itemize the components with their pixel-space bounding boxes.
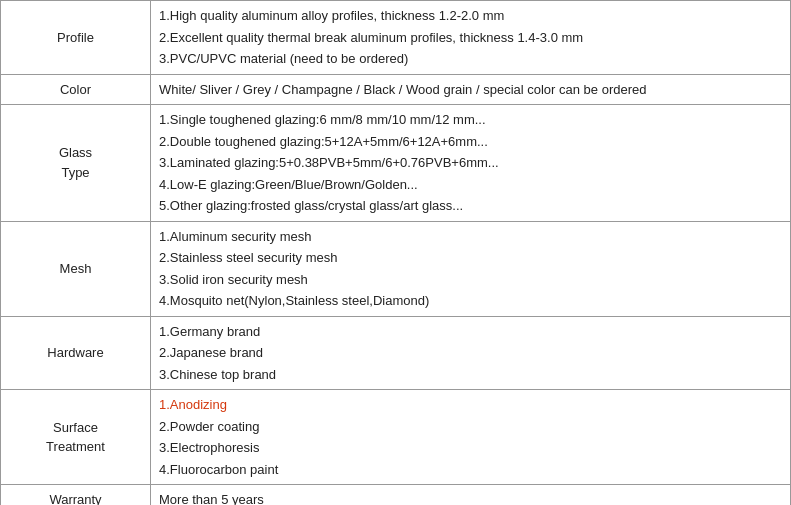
row-label: Warranty <box>1 485 151 506</box>
content-item: 1.Aluminum security mesh <box>159 226 782 248</box>
row-label: SurfaceTreatment <box>1 390 151 485</box>
table-row: Profile1.High quality aluminum alloy pro… <box>1 1 791 75</box>
content-item: 2.Japanese brand <box>159 342 782 364</box>
table-row: Mesh1.Aluminum security mesh2.Stainless … <box>1 221 791 316</box>
content-item: 2.Powder coating <box>159 416 782 438</box>
row-label: GlassType <box>1 105 151 222</box>
row-label: Profile <box>1 1 151 75</box>
row-content: White/ Sliver / Grey / Champagne / Black… <box>151 74 791 105</box>
content-item: 2.Stainless steel security mesh <box>159 247 782 269</box>
table-row: ColorWhite/ Sliver / Grey / Champagne / … <box>1 74 791 105</box>
table-row: Hardware1.Germany brand2.Japanese brand3… <box>1 316 791 390</box>
row-content: 1.Aluminum security mesh2.Stainless stee… <box>151 221 791 316</box>
content-item: 2.Excellent quality thermal break alumin… <box>159 27 782 49</box>
row-content: 1.Anodizing2.Powder coating3.Electrophor… <box>151 390 791 485</box>
row-label: Mesh <box>1 221 151 316</box>
content-item: 1.High quality aluminum alloy profiles, … <box>159 5 782 27</box>
content-item: 3.PVC/UPVC material (need to be ordered) <box>159 48 782 70</box>
row-label: Hardware <box>1 316 151 390</box>
content-item: 1.Anodizing <box>159 394 782 416</box>
table-row: GlassType1.Single toughened glazing:6 mm… <box>1 105 791 222</box>
row-label: Color <box>1 74 151 105</box>
table-row: SurfaceTreatment1.Anodizing2.Powder coat… <box>1 390 791 485</box>
row-content: 1.Germany brand2.Japanese brand3.Chinese… <box>151 316 791 390</box>
content-item: 1.Germany brand <box>159 321 782 343</box>
content-item: 4.Low-E glazing:Green/Blue/Brown/Golden.… <box>159 174 782 196</box>
row-content: More than 5 years <box>151 485 791 506</box>
content-item: 3.Chinese top brand <box>159 364 782 386</box>
content-item: 3.Laminated glazing:5+0.38PVB+5mm/6+0.76… <box>159 152 782 174</box>
content-item: 4.Fluorocarbon paint <box>159 459 782 481</box>
content-item: More than 5 years <box>159 489 782 505</box>
spec-table: Profile1.High quality aluminum alloy pro… <box>0 0 791 505</box>
spec-table-container: Profile1.High quality aluminum alloy pro… <box>0 0 791 505</box>
content-item: 3.Solid iron security mesh <box>159 269 782 291</box>
content-item: 5.Other glazing:frosted glass/crystal gl… <box>159 195 782 217</box>
row-content: 1.High quality aluminum alloy profiles, … <box>151 1 791 75</box>
content-item: 4.Mosquito net(Nylon,Stainless steel,Dia… <box>159 290 782 312</box>
table-row: WarrantyMore than 5 years <box>1 485 791 506</box>
row-content: 1.Single toughened glazing:6 mm/8 mm/10 … <box>151 105 791 222</box>
content-item: White/ Sliver / Grey / Champagne / Black… <box>159 79 782 101</box>
content-item: 2.Double toughened glazing:5+12A+5mm/6+1… <box>159 131 782 153</box>
content-item: 1.Single toughened glazing:6 mm/8 mm/10 … <box>159 109 782 131</box>
content-item: 3.Electrophoresis <box>159 437 782 459</box>
